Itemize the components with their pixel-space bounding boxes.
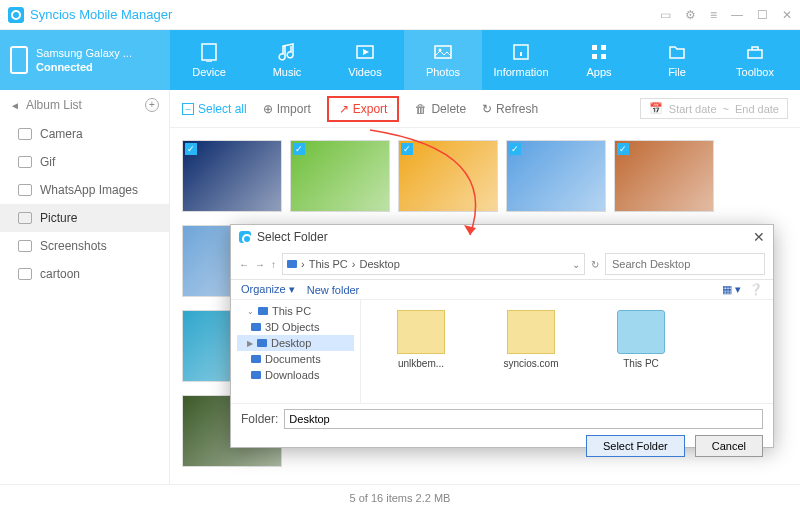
organize-menu[interactable]: Organize ▾ bbox=[241, 283, 295, 296]
folder-tree: ⌄This PC3D Objects▶DesktopDocumentsDownl… bbox=[231, 300, 361, 403]
photo-thumbnail[interactable]: ✓ bbox=[506, 140, 606, 212]
nav-device[interactable]: Device bbox=[170, 30, 248, 90]
select-all-button[interactable]: – Select all bbox=[182, 102, 247, 116]
file-label: This PC bbox=[623, 358, 659, 369]
nav-refresh-icon[interactable]: ↻ bbox=[591, 259, 599, 270]
trash-icon: 🗑 bbox=[415, 102, 427, 116]
minimize-icon[interactable]: — bbox=[731, 8, 743, 22]
titlebar: Syncios Mobile Manager ▭ ⚙ ≡ — ☐ ✕ bbox=[0, 0, 800, 30]
import-button[interactable]: ⊕ Import bbox=[263, 102, 311, 116]
file-item-syncios-com[interactable]: syncios.com bbox=[491, 310, 571, 393]
search-input[interactable] bbox=[605, 253, 765, 275]
nav-label: Toolbox bbox=[736, 66, 774, 78]
status-text: 5 of 16 items 2.2 MB bbox=[350, 492, 451, 504]
folder-field-label: Folder: bbox=[241, 412, 278, 426]
nav-file[interactable]: File bbox=[638, 30, 716, 90]
close-icon[interactable]: ✕ bbox=[782, 8, 792, 22]
apps-icon bbox=[589, 42, 609, 62]
photo-thumbnail[interactable]: ✓ bbox=[182, 140, 282, 212]
status-bar: 5 of 16 items 2.2 MB bbox=[0, 484, 800, 510]
top-nav: Samsung Galaxy ... Connected DeviceMusic… bbox=[0, 30, 800, 90]
nav-forward-icon[interactable]: → bbox=[255, 259, 265, 270]
tree-item-label: 3D Objects bbox=[265, 321, 319, 333]
nav-information[interactable]: Information bbox=[482, 30, 560, 90]
folder-icon bbox=[251, 355, 261, 363]
file-item-this-pc[interactable]: This PC bbox=[601, 310, 681, 393]
refresh-button[interactable]: ↻ Refresh bbox=[482, 102, 538, 116]
nav-apps[interactable]: Apps bbox=[560, 30, 638, 90]
sidebar-item-gif[interactable]: Gif bbox=[0, 148, 169, 176]
sidebar-item-whatsapp-images[interactable]: WhatsApp Images bbox=[0, 176, 169, 204]
settings-gear-icon[interactable]: ⚙ bbox=[685, 8, 696, 22]
end-date-label: End date bbox=[735, 103, 779, 115]
import-label: Import bbox=[277, 102, 311, 116]
nav-toolbox[interactable]: Toolbox bbox=[716, 30, 794, 90]
sidebar-item-screenshots[interactable]: Screenshots bbox=[0, 232, 169, 260]
window-dualscreen-icon[interactable]: ▭ bbox=[660, 8, 671, 22]
app-title: Syncios Mobile Manager bbox=[30, 7, 660, 22]
nav-label: Music bbox=[273, 66, 302, 78]
chevron-left-icon[interactable]: ◄ bbox=[10, 100, 20, 111]
folder-icon bbox=[251, 371, 261, 379]
photo-thumbnail[interactable]: ✓ bbox=[290, 140, 390, 212]
tree-item-desktop[interactable]: ▶Desktop bbox=[237, 335, 354, 351]
help-icon[interactable]: ❔ bbox=[749, 283, 763, 296]
sidebar-item-label: WhatsApp Images bbox=[40, 183, 138, 197]
add-album-icon[interactable]: + bbox=[145, 98, 159, 112]
photo-thumbnail[interactable]: ✓ bbox=[614, 140, 714, 212]
menu-icon[interactable]: ≡ bbox=[710, 8, 717, 22]
svg-rect-6 bbox=[592, 54, 597, 59]
export-button[interactable]: ↗ Export bbox=[327, 96, 400, 122]
delete-button[interactable]: 🗑 Delete bbox=[415, 102, 466, 116]
folder-icon bbox=[251, 323, 261, 331]
calendar-icon: 📅 bbox=[649, 102, 663, 115]
videos-icon bbox=[355, 42, 375, 62]
folder-contents: unlkbem...syncios.comThis PC bbox=[361, 300, 773, 403]
tree-expand-icon: ▶ bbox=[247, 339, 253, 348]
device-panel[interactable]: Samsung Galaxy ... Connected bbox=[0, 30, 170, 90]
select-folder-button[interactable]: Select Folder bbox=[586, 435, 685, 457]
toolbar: – Select all ⊕ Import ↗ Export 🗑 Delete … bbox=[170, 90, 800, 128]
folder-icon bbox=[257, 339, 267, 347]
breadcrumb[interactable]: › This PC › Desktop ⌄ bbox=[282, 253, 585, 275]
nav-back-icon[interactable]: ← bbox=[239, 259, 249, 270]
dialog-close-icon[interactable]: ✕ bbox=[753, 229, 765, 245]
start-date-label: Start date bbox=[669, 103, 717, 115]
folder-icon bbox=[507, 310, 555, 354]
dialog-titlebar: Select Folder ✕ bbox=[231, 225, 773, 249]
tree-item-downloads[interactable]: Downloads bbox=[237, 367, 354, 383]
svg-rect-8 bbox=[748, 50, 762, 58]
tree-item-documents[interactable]: Documents bbox=[237, 351, 354, 367]
date-filter[interactable]: 📅 Start date ~ End date bbox=[640, 98, 788, 119]
sidebar-item-cartoon[interactable]: cartoon bbox=[0, 260, 169, 288]
album-icon bbox=[18, 240, 32, 252]
sidebar-item-label: Picture bbox=[40, 211, 77, 225]
maximize-icon[interactable]: ☐ bbox=[757, 8, 768, 22]
tree-item-3d-objects[interactable]: 3D Objects bbox=[237, 319, 354, 335]
album-icon bbox=[18, 184, 32, 196]
nav-photos[interactable]: Photos bbox=[404, 30, 482, 90]
nav-music[interactable]: Music bbox=[248, 30, 326, 90]
select-all-label: Select all bbox=[198, 102, 247, 116]
phone-icon bbox=[10, 46, 28, 74]
chevron-down-icon[interactable]: ⌄ bbox=[572, 259, 580, 270]
sidebar-item-camera[interactable]: Camera bbox=[0, 120, 169, 148]
nav-videos[interactable]: Videos bbox=[326, 30, 404, 90]
cancel-button[interactable]: Cancel bbox=[695, 435, 763, 457]
crumb-desktop: Desktop bbox=[359, 258, 399, 270]
pc-icon bbox=[617, 310, 665, 354]
delete-label: Delete bbox=[431, 102, 466, 116]
view-mode-icon[interactable]: ▦ ▾ bbox=[722, 283, 741, 296]
dialog-title: Select Folder bbox=[257, 230, 328, 244]
nav-up-icon[interactable]: ↑ bbox=[271, 259, 276, 270]
album-icon bbox=[18, 268, 32, 280]
photo-thumbnail[interactable]: ✓ bbox=[398, 140, 498, 212]
sidebar-title: Album List bbox=[26, 98, 82, 112]
photo-checked-icon: ✓ bbox=[401, 143, 413, 155]
folder-field[interactable] bbox=[284, 409, 763, 429]
tree-item-this-pc[interactable]: ⌄This PC bbox=[237, 303, 354, 319]
new-folder-button[interactable]: New folder bbox=[307, 284, 360, 296]
music-icon bbox=[277, 42, 297, 62]
sidebar-item-picture[interactable]: Picture bbox=[0, 204, 169, 232]
file-item-unlkbem-[interactable]: unlkbem... bbox=[381, 310, 461, 393]
